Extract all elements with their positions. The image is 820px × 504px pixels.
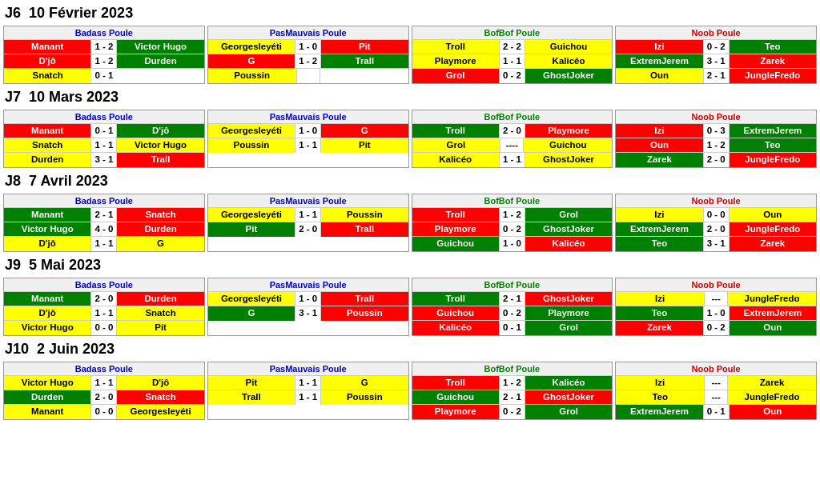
poules-row: Badass PouleManant1 - 2Victor HugoD'jô1 …: [3, 26, 817, 84]
poules-row: Badass PouleVictor Hugo1 - 1D'jôDurden2 …: [3, 362, 817, 420]
score: 2 - 1: [499, 390, 525, 404]
team-right: Snatch: [117, 208, 203, 222]
team-left: Guichou: [412, 390, 499, 404]
poule-header: PasMauvais Poule: [208, 194, 408, 208]
team-left: Izi: [616, 124, 702, 138]
team-right: Poussin: [321, 390, 408, 405]
match-row: Troll2 - 1GhostJoker: [412, 292, 613, 306]
team-left: Troll: [412, 40, 499, 54]
team-left: Durden: [4, 153, 90, 167]
team-left: Grol: [412, 138, 500, 152]
team-right: G: [321, 376, 408, 390]
match-row: Playmore0 - 2GhostJoker: [412, 222, 613, 237]
team-right: Pit: [117, 321, 203, 335]
score: 0 - 1: [499, 321, 525, 335]
score: 3 - 1: [703, 237, 730, 251]
score: 3 - 1: [703, 54, 730, 68]
match-row: Poussin: [208, 69, 408, 83]
team-left: Kalicéo: [412, 153, 499, 167]
team-right: Kalicéo: [525, 237, 612, 251]
poule: PasMauvais PouleGeorgesleyéti1 - 0GPouss…: [207, 110, 409, 168]
team-left: Kalicéo: [412, 321, 499, 335]
team-left: Manant: [4, 124, 90, 138]
match-row: Zarek2 - 0JungleFredo: [616, 153, 816, 167]
match-row: G3 - 1Poussin: [208, 306, 408, 321]
score: 1 - 1: [90, 376, 117, 390]
score: 0 - 2: [499, 306, 525, 320]
team-right: [116, 69, 203, 83]
team-left: Playmore: [412, 54, 499, 68]
score: 1 - 2: [295, 54, 321, 68]
team-right: GhostJoker: [525, 390, 612, 404]
team-left: Victor Hugo: [4, 222, 90, 236]
team-right: Playmore: [525, 306, 612, 320]
team-right: D'jô: [117, 376, 203, 390]
team-left: Georgesleyéti: [208, 208, 295, 222]
team-left: Guichou: [412, 306, 499, 320]
poule: BofBof PouleTroll2 - 0PlaymoreGrol----Gu…: [412, 110, 613, 168]
match-row: Victor Hugo4 - 0Durden: [4, 222, 204, 237]
poule-header: PasMauvais Poule: [208, 26, 408, 40]
poule-header: BofBof Poule: [412, 278, 613, 292]
score: 0 - 0: [90, 405, 117, 419]
team-left: Durden: [4, 390, 90, 404]
score: 3 - 1: [295, 306, 321, 321]
team-right: Oun: [730, 321, 816, 335]
team-right: Guichou: [525, 40, 612, 54]
match-row: Victor Hugo0 - 0Pit: [4, 321, 204, 335]
team-right: JungleFredo: [730, 222, 816, 236]
score: 0 - 1: [703, 405, 730, 419]
team-left: ExtremJerem: [616, 405, 702, 419]
round-section: J7 10 Mars 2023Badass PouleManant0 - 1D'…: [3, 87, 817, 168]
team-right: Victor Hugo: [117, 40, 203, 54]
team-right: GhostJoker: [525, 69, 612, 83]
score: 2 - 1: [499, 292, 525, 306]
score: 1 - 0: [295, 124, 321, 138]
team-right: Snatch: [117, 390, 203, 404]
team-right: Zarek: [730, 54, 816, 68]
score: ----: [500, 138, 524, 152]
poule: Noob PouleIzi---JungleFredoTeo1 - 0Extre…: [615, 278, 817, 336]
team-right: Oun: [730, 405, 816, 419]
match-row: Manant2 - 0Durden: [4, 292, 204, 306]
team-right: Poussin: [321, 306, 408, 321]
match-row: Grol----Guichou: [412, 138, 613, 153]
team-left: Guichou: [412, 237, 499, 251]
match-row: Georgesleyéti1 - 0Pit: [208, 40, 408, 54]
team-right: Snatch: [117, 306, 203, 320]
poule: Badass PouleManant2 - 0DurdenD'jô1 - 1Sn…: [3, 278, 205, 336]
match-row: Troll1 - 2Grol: [412, 208, 613, 222]
score: 2 - 0: [499, 124, 525, 138]
match-row: Izi0 - 0Oun: [616, 208, 816, 222]
team-right: D'jô: [117, 124, 203, 138]
match-row: Troll1 - 2Kalicéo: [412, 376, 613, 390]
team-left: D'jô: [4, 306, 90, 320]
match-row: Teo3 - 1Zarek: [616, 237, 816, 251]
round-section: J9 5 Mai 2023Badass PouleManant2 - 0Durd…: [3, 255, 817, 336]
score: 1 - 1: [295, 390, 321, 405]
team-right: Trall: [321, 54, 408, 68]
match-row: Oun1 - 2Teo: [616, 138, 816, 153]
team-left: Zarek: [616, 321, 702, 335]
match-row: Victor Hugo1 - 1D'jô: [4, 376, 204, 390]
match-row: Teo1 - 0ExtremJerem: [616, 306, 816, 321]
score: 1 - 1: [90, 237, 117, 251]
score: 1 - 1: [499, 54, 525, 68]
team-left: Troll: [412, 292, 499, 306]
poule: PasMauvais PouleGeorgesleyéti1 - 1Poussi…: [207, 194, 409, 252]
poule-header: BofBof Poule: [412, 194, 613, 208]
match-row: Troll2 - 2Guichou: [412, 40, 613, 54]
team-right: Pit: [321, 138, 408, 153]
match-row: Izi0 - 2Teo: [616, 40, 816, 54]
score: 0 - 0: [90, 321, 117, 335]
poule: PasMauvais PouleGeorgesleyéti1 - 0PitG1 …: [207, 26, 409, 84]
round-title: J10 2 Juin 2023: [3, 339, 817, 359]
team-right: Georgesleyéti: [117, 405, 203, 419]
poule-header: Badass Poule: [4, 278, 204, 292]
poule-header: BofBof Poule: [412, 110, 613, 124]
score: 1 - 2: [703, 138, 730, 152]
match-row: Pit1 - 1G: [208, 376, 408, 390]
score: 2 - 0: [295, 222, 321, 237]
round-title: J6 10 Février 2023: [3, 3, 817, 23]
round-section: J10 2 Juin 2023Badass PouleVictor Hugo1 …: [3, 339, 817, 420]
